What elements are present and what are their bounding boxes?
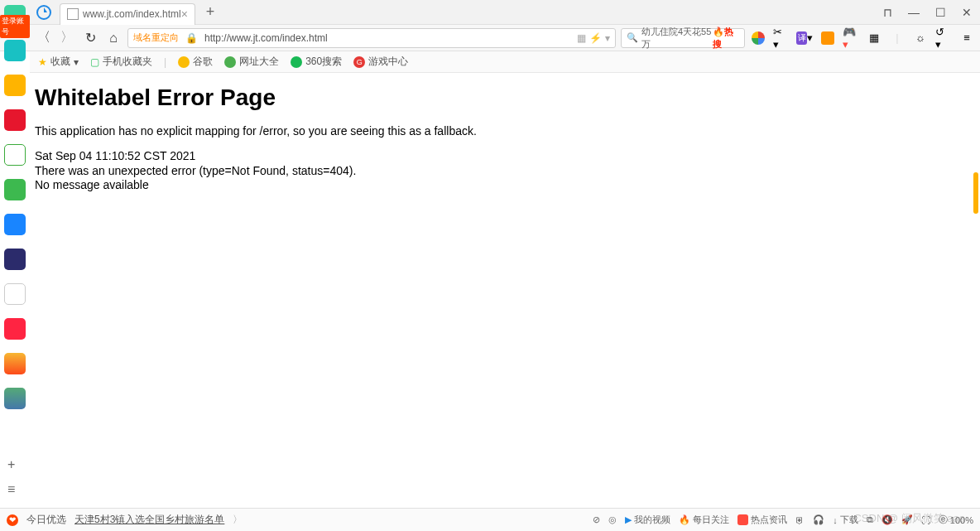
bookmark-bar: ★收藏 ▾ ▢手机收藏夹 | 谷歌 网址大全 360搜索 G游戏中心 (30, 51, 980, 73)
my-video[interactable]: ▶我的视频 (625, 514, 670, 526)
sidebar-app-6[interactable] (4, 179, 26, 200)
redirect-label: 域名重定向 (133, 31, 179, 44)
translate-icon[interactable]: 译 ▾ (796, 30, 813, 46)
hot-icon: ❤ (7, 514, 18, 526)
status-bar: ❤ 今日优选 天津5村3镇入选全国乡村旅游名单 〉 ⊘ ◎ ▶我的视频 🔥每日关… (0, 508, 980, 531)
menu-icon[interactable]: ≡ (958, 30, 975, 46)
fast-icon[interactable]: ⚡ (589, 32, 602, 44)
tab-bar: www.jt.com/index.html × + ⊓ — ☐ ✕ (0, 0, 980, 25)
login-tag[interactable]: 登录账号 (0, 15, 30, 38)
browser-tab[interactable]: www.jt.com/index.html × (60, 3, 195, 25)
scrollbar-indicator[interactable] (973, 172, 978, 214)
forward-button[interactable]: 〉 (58, 29, 76, 47)
new-tab-button[interactable]: + (200, 3, 220, 21)
daily-focus[interactable]: 🔥每日关注 (679, 514, 729, 526)
search-text: 幼儿住院4天花55万 (641, 26, 713, 51)
mini-icon-1[interactable]: ⊘ (593, 514, 600, 525)
lock-icon: 🔒 (185, 32, 198, 44)
qr-icon[interactable]: ▦ (577, 32, 586, 44)
sidebar-app-7[interactable] (4, 214, 26, 235)
apps-icon[interactable]: ▦ (866, 30, 882, 46)
url-input[interactable]: 域名重定向 🔒 http://www.jt.com/index.html ▦ ⚡… (127, 28, 616, 48)
toolbar-icons: ✂ ▾ 译 ▾ 🎮 ▾ ▦ | ☼ ↺ ▾ ≡ (750, 30, 975, 46)
hot-search-label: 🔥热搜 (713, 26, 739, 51)
history-icon[interactable]: ↺ ▾ (935, 30, 952, 46)
news-link[interactable]: 天津5村3镇入选全国乡村旅游名单 (74, 513, 224, 527)
page-subtitle: This application has no explicit mapping… (35, 124, 980, 138)
url-dropdown-icon[interactable]: ▾ (605, 32, 610, 44)
bookmarks-google[interactable]: 谷歌 (178, 55, 213, 69)
sidebar-app-10[interactable] (4, 318, 26, 340)
shield-icon[interactable]: ⛨ (795, 515, 805, 525)
sidebar-app-2[interactable] (4, 40, 26, 61)
sidebar-app-8[interactable] (4, 249, 26, 270)
browser-logo[interactable] (31, 0, 56, 25)
search-input[interactable]: 🔍 幼儿住院4天花55万 🔥热搜 (621, 28, 745, 48)
window-controls: ⊓ — ☐ ✕ (874, 0, 980, 25)
headphone-icon[interactable]: 🎧 (813, 514, 824, 525)
theme-icon[interactable]: ☼ (912, 30, 929, 46)
today-label[interactable]: 今日优选 (26, 513, 66, 527)
sidebar-app-3[interactable] (4, 75, 26, 96)
bookmarks-game[interactable]: G游戏中心 (353, 55, 408, 69)
sidebar-app-11[interactable] (4, 353, 26, 374)
bookmarks-mobile[interactable]: ▢手机收藏夹 (90, 55, 152, 69)
screenshot-icon[interactable]: ✂ ▾ (773, 30, 790, 46)
sidebar-app-12[interactable] (4, 388, 26, 409)
sidebar-app-9[interactable] (4, 283, 26, 305)
security-icon[interactable] (819, 30, 836, 46)
hot-news[interactable]: 热点资讯 (737, 514, 787, 526)
close-window-button[interactable]: ✕ (954, 0, 980, 25)
bookmarks-360[interactable]: 360搜索 (291, 55, 342, 69)
list-icon[interactable]: ≡ (7, 482, 22, 497)
sidebar-app-4[interactable] (4, 109, 26, 131)
sidebar-app-5[interactable] (4, 144, 26, 166)
page-content: Whitelabel Error Page This application h… (35, 73, 980, 205)
page-title: Whitelabel Error Page (35, 84, 980, 111)
home-button[interactable]: ⌂ (104, 29, 122, 47)
mini-icon-2[interactable]: ◎ (608, 514, 617, 525)
back-button[interactable]: 〈 (35, 29, 53, 47)
maximize-button[interactable]: ☐ (927, 0, 954, 25)
tab-close-icon[interactable]: × (181, 7, 188, 21)
error-detail: There was an unexpected error (type=Not … (35, 164, 980, 179)
page-icon (67, 8, 79, 20)
left-sidebar: 登录账号 + ≡ (0, 0, 30, 505)
game-icon[interactable]: 🎮 ▾ (843, 30, 859, 46)
pin-button[interactable]: ⊓ (874, 0, 901, 25)
error-message: No message available (35, 178, 980, 193)
tab-title: www.jt.com/index.html (83, 8, 181, 20)
search-icon: 🔍 (627, 32, 638, 43)
bookmarks-sitedir[interactable]: 网址大全 (224, 55, 279, 69)
ext-icon-1[interactable] (750, 30, 766, 46)
url-text: http://www.jt.com/index.html (204, 32, 328, 44)
add-icon[interactable]: + (7, 457, 22, 472)
watermark: CSDN @ 闲风微笑 aaa (853, 511, 965, 526)
error-timestamp: Sat Sep 04 11:10:52 CST 2021 (35, 149, 980, 164)
minimize-button[interactable]: — (901, 0, 927, 25)
news-next-icon[interactable]: 〉 (233, 513, 243, 527)
bookmarks-fav[interactable]: ★收藏 ▾ (38, 55, 79, 69)
reload-button[interactable]: ↻ (81, 29, 99, 47)
address-bar: 〈 〉 ↻ ⌂ 域名重定向 🔒 http://www.jt.com/index.… (0, 25, 980, 51)
